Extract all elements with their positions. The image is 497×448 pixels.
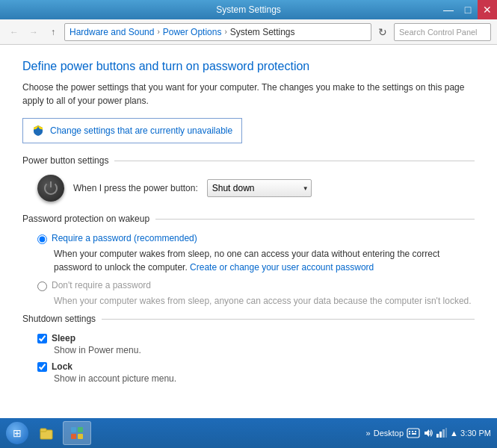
breadcrumb-sep1: › (157, 28, 159, 36)
svg-rect-1 (40, 429, 46, 432)
breadcrumb-sep2: › (224, 28, 226, 36)
svg-rect-3 (78, 427, 83, 432)
breadcrumb-current: System Settings (230, 27, 295, 37)
up-button[interactable]: ↑ (45, 24, 61, 40)
no-password-radio[interactable] (37, 281, 47, 291)
back-button[interactable]: ← (6, 24, 22, 40)
create-password-link[interactable]: Create or change your user account passw… (190, 262, 374, 273)
power-button-row: When I press the power button: Do nothin… (37, 175, 475, 202)
svg-rect-13 (436, 434, 439, 438)
power-button-section-header: Power button settings (22, 155, 475, 166)
minimize-button[interactable]: — (439, 0, 458, 19)
sleep-desc: Show in Power menu. (54, 345, 475, 355)
svg-rect-11 (412, 433, 415, 435)
no-password-desc: When your computer wakes from sleep, any… (54, 294, 475, 308)
require-password-label: Require a password (recommended) (52, 233, 197, 243)
svg-rect-8 (412, 431, 413, 432)
password-section-header: Password protection on wakeup (22, 214, 475, 224)
page-description: Choose the power settings that you want … (22, 81, 475, 108)
svg-rect-14 (439, 432, 442, 438)
svg-rect-5 (78, 434, 83, 439)
require-password-radio[interactable] (37, 234, 47, 244)
svg-rect-2 (71, 427, 76, 432)
svg-rect-10 (409, 433, 410, 435)
window-title: System Settings (216, 4, 281, 15)
lock-checkbox[interactable] (37, 362, 47, 372)
svg-rect-12 (415, 433, 416, 435)
lock-desc: Show in account picture menu. (54, 373, 475, 384)
lock-checkbox-item: Lock (37, 361, 475, 372)
no-password-option: Don't require a password (37, 280, 475, 291)
search-input[interactable]: Search Control Panel (394, 23, 491, 41)
power-button-select-wrapper: Do nothing Sleep Hibernate Shut down Tur… (207, 179, 312, 197)
time: ▲ 3:30 PM (450, 429, 491, 438)
keyboard-icon (407, 428, 420, 438)
section-divider-line (114, 161, 475, 161)
network-icon (436, 428, 447, 438)
power-button-select[interactable]: Do nothing Sleep Hibernate Shut down Tur… (207, 179, 312, 197)
main-content: Define power buttons and turn on passwor… (0, 45, 497, 418)
password-section-line (155, 219, 475, 220)
taskbar-file-explorer[interactable] (33, 421, 60, 445)
close-button[interactable]: ✕ (478, 0, 497, 19)
power-button-label: When I press the power button: (73, 183, 198, 193)
volume-icon (423, 428, 433, 438)
maximize-button[interactable]: □ (458, 0, 478, 19)
power-icon (37, 175, 64, 202)
require-password-desc: When your computer wakes from sleep, no … (54, 247, 475, 274)
shutdown-section-header: Shutdown settings (22, 314, 475, 324)
address-bar: ← → ↑ Hardware and Sound › Power Options… (0, 19, 497, 45)
page-title: Define power buttons and turn on passwor… (22, 60, 475, 73)
taskbar-right: » Desktop ▲ 3:30 PM (366, 428, 494, 438)
require-password-option: Require a password (recommended) (37, 233, 475, 244)
control-panel-icon (70, 426, 84, 441)
desktop-label[interactable]: Desktop (374, 429, 404, 438)
breadcrumb-hardware[interactable]: Hardware and Sound (70, 27, 154, 37)
taskbar: ⊞ » Desktop (0, 418, 497, 448)
shutdown-section-line (102, 319, 475, 320)
breadcrumb: Hardware and Sound › Power Options › Sys… (64, 23, 371, 41)
shield-icon (32, 125, 44, 137)
taskbar-control-panel[interactable] (63, 421, 91, 445)
search-placeholder: Search Control Panel (399, 28, 478, 37)
svg-rect-7 (409, 431, 410, 432)
sleep-checkbox[interactable] (37, 334, 47, 343)
power-button-section-label: Power button settings (22, 155, 108, 166)
sleep-label: Sleep (52, 333, 75, 343)
start-button[interactable]: ⊞ (3, 421, 31, 445)
no-password-label: Don't require a password (52, 280, 151, 290)
change-settings-button[interactable]: Change settings that are currently unava… (22, 118, 242, 143)
title-bar: System Settings — □ ✕ (0, 0, 497, 19)
lock-label: Lock (52, 361, 72, 372)
sleep-checkbox-item: Sleep (37, 333, 475, 343)
file-explorer-icon (39, 426, 54, 441)
svg-rect-9 (415, 431, 416, 432)
desktop-show-arrow: » (366, 429, 371, 438)
start-orb: ⊞ (6, 422, 28, 444)
window-controls: — □ ✕ (439, 0, 497, 19)
password-section-label: Password protection on wakeup (22, 214, 149, 224)
svg-rect-4 (71, 434, 76, 439)
svg-rect-15 (442, 429, 445, 438)
change-settings-label: Change settings that are currently unava… (50, 125, 232, 136)
forward-button[interactable]: → (25, 24, 42, 40)
password-section: Require a password (recommended) When yo… (22, 233, 475, 308)
breadcrumb-power-options[interactable]: Power Options (163, 27, 222, 37)
refresh-button[interactable]: ↻ (374, 24, 391, 40)
svg-rect-16 (445, 428, 447, 438)
shutdown-section-label: Shutdown settings (22, 314, 96, 324)
